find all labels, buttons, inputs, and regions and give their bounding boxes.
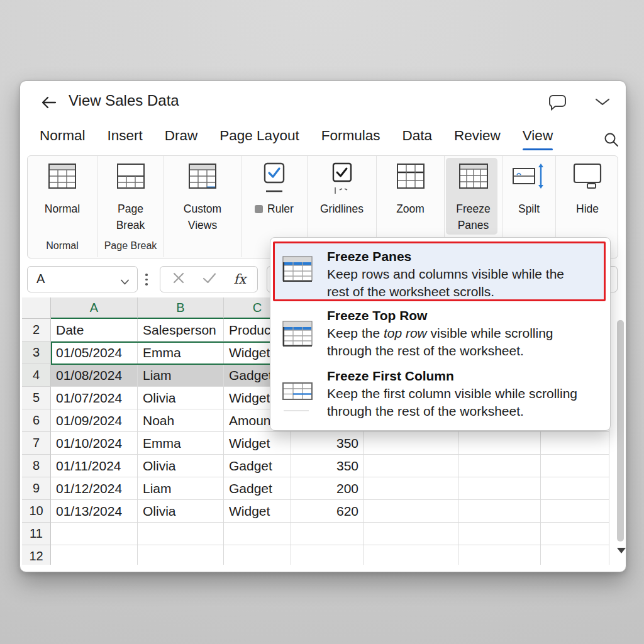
enter-check-icon[interactable] <box>202 271 217 287</box>
cell-B5[interactable]: Olivia <box>138 387 224 409</box>
name-box[interactable]: A <box>27 266 138 292</box>
menu-item-freeze-panes[interactable]: Freeze PanesKeep rows and columns visibl… <box>273 242 606 301</box>
cell-B3[interactable]: Emma <box>138 341 224 364</box>
ribbon-group-label: Normal <box>28 240 97 252</box>
cell-D8[interactable]: 350 <box>291 455 364 477</box>
grid-row-9: 901/12/2024LiamGadget200 <box>22 477 609 500</box>
vertical-scrollbar[interactable] <box>616 297 626 565</box>
table-normal-icon <box>28 162 97 190</box>
tab-insert[interactable]: Insert <box>108 128 143 150</box>
row-header-9[interactable]: 9 <box>22 477 51 500</box>
cell-D7[interactable]: 350 <box>291 432 364 455</box>
cell-F12[interactable] <box>458 545 541 565</box>
cell-D10[interactable]: 620 <box>291 500 364 523</box>
cell-A10[interactable]: 01/13/2024 <box>51 500 138 523</box>
cell-G12[interactable] <box>541 545 609 565</box>
cell-A7[interactable]: 01/10/2024 <box>51 432 138 455</box>
cell-A9[interactable]: 01/12/2024 <box>51 477 138 500</box>
cell-C9[interactable]: Gadget <box>224 477 291 500</box>
comment-icon[interactable] <box>548 94 567 113</box>
row-header-7[interactable]: 7 <box>22 432 51 455</box>
cell-B7[interactable]: Emma <box>138 432 224 455</box>
row-header-6[interactable]: 6 <box>22 409 51 432</box>
cell-C11[interactable] <box>224 523 291 545</box>
cell-E11[interactable] <box>364 523 458 545</box>
menu-item-description-line: through the rest of the worksheet. <box>327 342 524 360</box>
ribbon-button-normal[interactable]: NormalNormal <box>28 156 97 257</box>
cell-E10[interactable] <box>364 500 458 523</box>
cell-G11[interactable] <box>541 523 609 545</box>
cell-C7[interactable]: Widget <box>224 432 291 455</box>
cell-B2[interactable]: Salesperson <box>138 319 224 341</box>
cell-F11[interactable] <box>458 523 541 545</box>
tab-formulas[interactable]: Formulas <box>321 128 380 150</box>
menu-item-description-line: rest of the worksheet scrolls. <box>327 283 494 301</box>
scrollbar-down-arrow[interactable] <box>617 548 626 553</box>
cell-B10[interactable]: Olivia <box>138 500 224 523</box>
row-header-4[interactable]: 4 <box>22 364 51 387</box>
fx-icon[interactable]: fx <box>233 272 246 287</box>
menu-item-freeze-first-column[interactable]: Freeze First ColumnKeep the first column… <box>275 367 606 428</box>
column-header-A[interactable]: A <box>51 297 138 319</box>
cell-B9[interactable]: Liam <box>138 477 224 500</box>
chevron-down-icon[interactable] <box>594 97 611 109</box>
name-box-chevron-icon[interactable] <box>120 277 130 288</box>
cell-A4[interactable]: 01/08/2024 <box>51 364 138 387</box>
tab-data[interactable]: Data <box>402 128 432 150</box>
row-header-10[interactable]: 10 <box>22 500 51 523</box>
cell-F9[interactable] <box>458 477 541 500</box>
tab-page-layout[interactable]: Page Layout <box>219 128 299 150</box>
cell-G7[interactable] <box>541 432 609 455</box>
row-header-12[interactable]: 12 <box>22 545 51 565</box>
formula-bar-handle[interactable] <box>145 274 148 286</box>
cell-A2[interactable]: Date <box>51 319 138 341</box>
cell-F10[interactable] <box>458 500 541 523</box>
cell-B11[interactable] <box>138 523 224 545</box>
checkbox-black-icon <box>308 162 376 195</box>
scrollbar-thumb[interactable] <box>617 320 624 541</box>
back-button[interactable] <box>40 94 57 113</box>
tab-review[interactable]: Review <box>454 128 501 150</box>
cell-A12[interactable] <box>51 545 138 565</box>
name-box-value: A <box>36 272 45 286</box>
tab-draw[interactable]: Draw <box>165 128 198 150</box>
menu-item-freeze-top-row[interactable]: Freeze Top RowKeep the top row visible w… <box>275 307 606 367</box>
cell-B8[interactable]: Olivia <box>138 455 224 477</box>
cell-D12[interactable] <box>291 545 364 565</box>
cell-C8[interactable]: Gadget <box>224 455 291 477</box>
cell-A5[interactable]: 01/07/2024 <box>51 387 138 409</box>
cell-G10[interactable] <box>541 500 609 523</box>
cell-B4[interactable]: Liam <box>138 364 224 387</box>
column-header-B[interactable]: B <box>138 297 224 319</box>
cancel-icon[interactable] <box>172 271 186 287</box>
cell-A3[interactable]: 01/05/2024 <box>51 341 138 364</box>
cell-A8[interactable]: 01/11/2024 <box>51 455 138 477</box>
cell-A6[interactable]: 01/09/2024 <box>51 409 138 432</box>
cell-D9[interactable]: 200 <box>291 477 364 500</box>
tab-normal[interactable]: Normal <box>40 128 86 150</box>
cell-E9[interactable] <box>364 477 458 500</box>
cell-A11[interactable] <box>51 523 138 545</box>
row-header-11[interactable]: 11 <box>22 523 51 545</box>
row-header-3[interactable]: 3 <box>22 341 51 364</box>
row-header-2[interactable]: 2 <box>22 319 51 341</box>
tab-view[interactable]: View <box>523 128 553 150</box>
cell-G9[interactable] <box>541 477 609 500</box>
cell-D11[interactable] <box>291 523 364 545</box>
row-header-8[interactable]: 8 <box>22 455 51 477</box>
cell-E7[interactable] <box>364 432 458 455</box>
ribbon-button-page-break[interactable]: PageBreakPage Break <box>97 156 164 257</box>
cell-B12[interactable] <box>138 545 224 565</box>
cell-C12[interactable] <box>224 545 291 565</box>
select-all-corner[interactable] <box>22 297 51 319</box>
cell-C10[interactable]: Widget <box>224 500 291 523</box>
cell-E12[interactable] <box>364 545 458 565</box>
cell-F7[interactable] <box>458 432 541 455</box>
cell-B6[interactable]: Noah <box>138 409 224 432</box>
cell-F8[interactable] <box>458 455 541 477</box>
cell-E8[interactable] <box>364 455 458 477</box>
cell-G8[interactable] <box>541 455 609 477</box>
row-header-5[interactable]: 5 <box>22 387 51 409</box>
ribbon-button-custom-views[interactable]: CustomViews <box>164 156 242 257</box>
search-icon[interactable] <box>603 131 619 150</box>
